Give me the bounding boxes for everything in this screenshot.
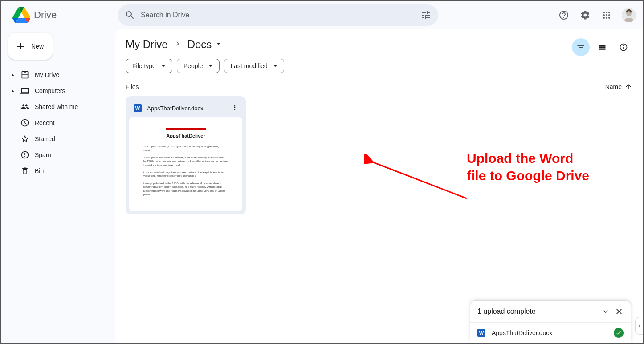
sidebar-item-starred[interactable]: Starred xyxy=(8,132,108,146)
annotation-arrow xyxy=(364,154,480,207)
more-vert-icon xyxy=(231,103,239,111)
toast-upload-item[interactable]: W AppsThatDeliver.docx xyxy=(470,322,631,343)
annotation-text-1: Upload the Word xyxy=(467,150,589,167)
chevron-left-icon xyxy=(636,323,643,329)
info-button[interactable] xyxy=(615,38,632,56)
apps-button[interactable] xyxy=(598,6,615,24)
toast-title: 1 upload complete xyxy=(477,308,536,316)
bin-icon xyxy=(20,166,29,175)
sidebar-item-label: Shared with me xyxy=(35,103,78,110)
filter-chips: File type People Last modified xyxy=(126,59,632,73)
filter-file-type[interactable]: File type xyxy=(126,59,172,73)
spam-icon xyxy=(20,150,29,159)
main-content: My Drive Docs File type People Last modi… xyxy=(115,29,643,343)
dropdown-icon xyxy=(207,62,215,70)
sort-label: Name xyxy=(605,83,622,90)
mydrive-icon xyxy=(20,70,29,79)
side-panel-toggle[interactable] xyxy=(635,317,643,335)
list-view-button[interactable] xyxy=(593,38,611,56)
sidebar-item-spam[interactable]: Spam xyxy=(8,148,108,162)
account-avatar[interactable] xyxy=(622,8,636,22)
toast-collapse-icon[interactable] xyxy=(601,307,610,316)
breadcrumb-root[interactable]: My Drive xyxy=(126,38,168,51)
apps-grid-icon xyxy=(601,10,612,20)
toast-close-icon[interactable] xyxy=(615,307,624,316)
new-button[interactable]: New xyxy=(8,33,53,60)
dropdown-icon xyxy=(159,62,167,70)
list-icon xyxy=(598,43,607,52)
word-file-icon: W xyxy=(134,104,142,112)
filter-people[interactable]: People xyxy=(177,59,220,73)
arrow-up-icon xyxy=(624,83,632,91)
sidebar-item-shared[interactable]: Shared with me xyxy=(8,100,108,114)
upload-success-icon xyxy=(614,328,624,338)
header: Drive xyxy=(1,1,643,29)
toast-file-name: AppsThatDeliver.docx xyxy=(492,329,607,336)
file-name: AppsThatDeliver.docx xyxy=(147,105,225,112)
shared-icon xyxy=(20,102,29,111)
gear-icon xyxy=(580,10,591,20)
file-thumbnail: AppsThatDeliver Lorem ipsum is simply du… xyxy=(129,117,242,211)
help-button[interactable] xyxy=(555,6,573,24)
annotation-text-2: file to Google Drive xyxy=(467,167,589,184)
product-name: Drive xyxy=(34,9,57,21)
main-actions xyxy=(572,38,632,56)
header-icons xyxy=(555,6,636,24)
sidebar-item-mydrive[interactable]: ▶ My Drive xyxy=(8,68,108,82)
sidebar-item-label: Recent xyxy=(35,119,54,126)
sidebar-item-computers[interactable]: ▶ Computers xyxy=(8,84,108,98)
dropdown-icon xyxy=(214,39,223,48)
breadcrumb-current[interactable]: Docs xyxy=(187,38,224,51)
search-bar[interactable] xyxy=(118,4,438,26)
sidebar-item-label: Bin xyxy=(35,167,44,174)
drive-logo-icon xyxy=(12,6,30,24)
file-tile[interactable]: W AppsThatDeliver.docx AppsThatDeliver L… xyxy=(126,96,246,214)
sidebar-item-label: Computers xyxy=(35,87,65,94)
breadcrumb: My Drive Docs xyxy=(126,38,632,51)
section-title: Files xyxy=(126,83,139,90)
search-input[interactable] xyxy=(141,11,415,19)
computers-icon xyxy=(20,86,29,95)
expand-icon: ▶ xyxy=(11,73,15,77)
upload-toast: 1 upload complete W AppsThatDeliver.docx xyxy=(470,301,631,343)
file-more-button[interactable] xyxy=(231,103,240,113)
settings-button[interactable] xyxy=(576,6,594,24)
logo-area[interactable]: Drive xyxy=(8,6,114,24)
sidebar-item-label: My Drive xyxy=(35,71,59,78)
sidebar-item-bin[interactable]: Bin xyxy=(8,164,108,178)
filter-icon xyxy=(576,43,585,52)
svg-line-2 xyxy=(372,162,467,198)
sidebar-item-label: Starred xyxy=(35,135,55,142)
dropdown-icon xyxy=(271,62,279,70)
sidebar: New ▶ My Drive ▶ Computers Shared with m… xyxy=(1,29,115,343)
plus-icon xyxy=(15,41,26,52)
info-icon xyxy=(619,43,628,52)
help-icon xyxy=(558,10,569,20)
star-icon xyxy=(20,134,29,143)
chevron-right-icon xyxy=(173,39,182,50)
search-icon xyxy=(125,10,135,20)
word-file-icon: W xyxy=(477,329,485,337)
breadcrumb-current-label: Docs xyxy=(187,38,212,51)
search-options-icon[interactable] xyxy=(420,10,431,20)
recent-icon xyxy=(20,118,29,127)
filter-view-button[interactable] xyxy=(572,38,590,56)
sidebar-item-recent[interactable]: Recent xyxy=(8,116,108,130)
sidebar-item-label: Spam xyxy=(35,151,51,158)
sort-button[interactable]: Name xyxy=(605,83,632,91)
expand-icon: ▶ xyxy=(11,89,15,93)
new-button-label: New xyxy=(31,43,44,50)
filter-modified[interactable]: Last modified xyxy=(224,59,284,73)
